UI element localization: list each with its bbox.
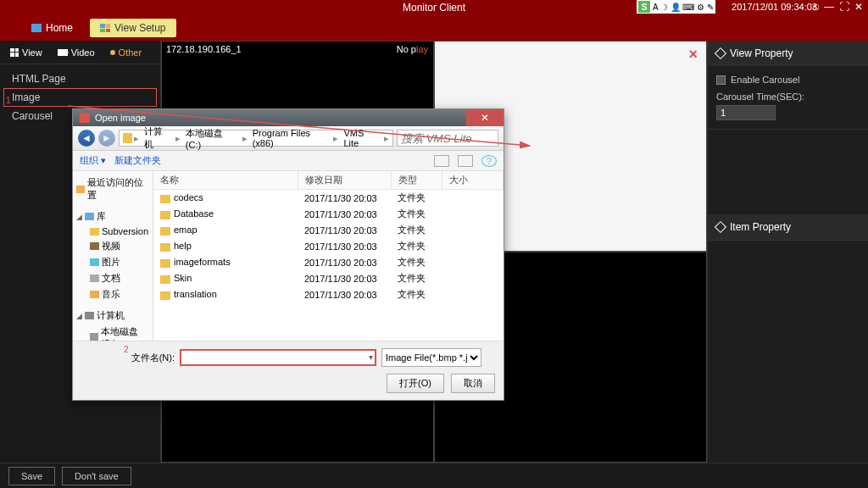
gear-icon (715, 221, 726, 233)
folder-icon (160, 291, 170, 300)
maximize-icon[interactable]: ⛶ (839, 1, 849, 13)
col-date[interactable]: 修改日期 (298, 171, 391, 190)
carousel-time-input[interactable] (716, 105, 776, 120)
app-title: Monitor Client (403, 2, 465, 14)
nav-back-icon[interactable]: ◄ (78, 130, 95, 147)
minimize-icon[interactable]: — (824, 1, 834, 13)
side-recent[interactable]: 最近访问的位置 (75, 175, 151, 203)
tab-video-label: Video (71, 47, 95, 58)
camera-icon (58, 49, 68, 56)
folder-icon (160, 195, 170, 203)
folder-icon (160, 211, 170, 219)
ime-status: SA ☽ 👤 ⌨ ⚙ ✎ (637, 0, 715, 14)
folder-icon (160, 227, 170, 236)
file-row[interactable]: Database2017/11/30 20:03文件夹 (153, 206, 504, 222)
tree-image[interactable]: Image (3, 88, 157, 107)
callout-1: 1 (6, 96, 11, 105)
enable-carousel-row[interactable]: Enable Carousel (716, 75, 860, 85)
dont-save-button[interactable]: Don't save (62, 467, 131, 485)
view-setup-button[interactable]: View Setup (90, 19, 176, 37)
view-icon (10, 48, 19, 57)
dialog-icon (80, 113, 90, 123)
file-row[interactable]: codecs2017/11/30 20:03文件夹 (153, 190, 504, 207)
dialog-nav: ◄ ► ▸计算机 ▸本地磁盘 (C:) ▸Program Files (x86)… (73, 126, 504, 151)
main-nav: Home View Setup (0, 15, 868, 41)
item-property-title: Item Property (730, 221, 791, 233)
col-name[interactable]: 名称 (153, 171, 298, 190)
dialog-title: Open image (95, 113, 146, 123)
title-bar: Monitor Client SA ☽ 👤 ⌨ ⚙ ✎ 2017/12/01 0… (0, 0, 868, 15)
preview-pane-icon[interactable] (458, 155, 473, 167)
tree-html-page[interactable]: HTML Page (3, 69, 157, 88)
help-icon[interactable]: ? (481, 155, 497, 167)
side-library[interactable]: ◢库 (75, 208, 151, 225)
tab-other-label: Other (119, 47, 142, 58)
side-computer[interactable]: ◢计算机 (75, 308, 151, 324)
bottom-bar: Save Don't save (0, 463, 868, 488)
save-button[interactable]: Save (8, 467, 55, 485)
ime-icons: A ☽ 👤 ⌨ ⚙ ✎ (653, 3, 714, 12)
dialog-file-list[interactable]: 名称 修改日期 类型 大小 codecs2017/11/30 20:03文件夹D… (153, 171, 504, 341)
folder-icon (160, 275, 170, 284)
side-disk-c[interactable]: 本地磁盘 (C:) (75, 324, 151, 341)
tab-video[interactable]: Video (51, 45, 102, 60)
file-row[interactable]: imageformats2017/11/30 20:03文件夹 (153, 254, 504, 270)
home-label: Home (46, 22, 73, 34)
callout-2: 2 (124, 345, 129, 354)
tab-other[interactable]: Other (103, 45, 149, 60)
cell1-ip-label: 172.18.190.166_1 (166, 44, 242, 54)
cell2-close-button[interactable]: × (688, 46, 698, 64)
dialog-titlebar[interactable]: Open image ✕ (73, 109, 504, 126)
side-pictures[interactable]: 图片 (75, 254, 151, 270)
dialog-sidebar: 最近访问的位置 ◢库 Subversion 视频 图片 文档 音乐 ◢计算机 本… (73, 171, 153, 341)
col-type[interactable]: 类型 (391, 171, 442, 190)
dropdown-icon[interactable]: ▾ (369, 352, 373, 362)
side-music[interactable]: 音乐 (75, 286, 151, 302)
view-property-title: View Property (730, 47, 793, 59)
new-folder-button[interactable]: 新建文件夹 (114, 154, 161, 167)
tab-view[interactable]: View (3, 45, 49, 60)
right-panel: View Property Enable Carousel Carousel T… (707, 41, 868, 463)
monitor-icon (31, 24, 42, 32)
open-button[interactable]: 打开(O) (387, 374, 444, 393)
folder-icon (160, 259, 170, 268)
view-mode-icon[interactable] (434, 155, 449, 167)
filetype-select[interactable]: Image File(*.bmp *.jpeg *.jpg (381, 348, 481, 367)
file-row[interactable]: help2017/11/30 20:03文件夹 (153, 238, 504, 254)
enable-carousel-label: Enable Carousel (731, 75, 799, 85)
view-setup-label: View Setup (114, 22, 166, 34)
grid-icon (100, 24, 110, 32)
logout-icon[interactable]: ⎋ (813, 1, 819, 13)
cancel-button[interactable]: 取消 (451, 374, 495, 393)
filename-input[interactable]: ▾ (180, 349, 376, 366)
dialog-close-button[interactable]: ✕ (466, 109, 504, 126)
nav-fwd-icon[interactable]: ► (98, 130, 115, 147)
breadcrumb[interactable]: ▸计算机 ▸本地磁盘 (C:) ▸Program Files (x86) ▸VM… (119, 130, 393, 147)
open-image-dialog: Open image ✕ ◄ ► ▸计算机 ▸本地磁盘 (C:) ▸Progra… (72, 108, 504, 401)
folder-icon (160, 243, 170, 252)
carousel-time-label: Carousel Time(SEC): (716, 92, 860, 102)
cell1-noplay: No play (397, 44, 428, 54)
folder-icon (123, 133, 132, 143)
file-row[interactable]: emap2017/11/30 20:03文件夹 (153, 222, 504, 238)
home-button[interactable]: Home (21, 19, 83, 37)
organize-menu[interactable]: 组织 ▾ (80, 154, 106, 167)
dialog-search-input[interactable] (397, 130, 498, 147)
file-row[interactable]: Skin2017/11/30 20:03文件夹 (153, 270, 504, 286)
checkbox-icon[interactable] (716, 75, 726, 85)
file-row[interactable]: translation2017/11/30 20:03文件夹 (153, 286, 504, 302)
side-docs[interactable]: 文档 (75, 270, 151, 286)
side-subversion[interactable]: Subversion (75, 225, 151, 238)
dot-icon (110, 50, 115, 55)
item-property-section: Item Property (708, 214, 868, 241)
col-size[interactable]: 大小 (442, 171, 504, 190)
ime-s-icon: S (638, 1, 650, 13)
dialog-toolbar: 组织 ▾ 新建文件夹 ? (73, 151, 504, 171)
side-video[interactable]: 视频 (75, 238, 151, 254)
close-icon[interactable]: ✕ (854, 1, 863, 13)
dialog-footer: 2 文件名(N): ▾ Image File(*.bmp *.jpeg *.jp… (73, 341, 504, 400)
filename-label: 文件名(N): (131, 352, 175, 363)
gear-icon (715, 47, 726, 59)
tab-view-label: View (22, 47, 42, 58)
left-tabs: View Video Other (0, 41, 160, 64)
